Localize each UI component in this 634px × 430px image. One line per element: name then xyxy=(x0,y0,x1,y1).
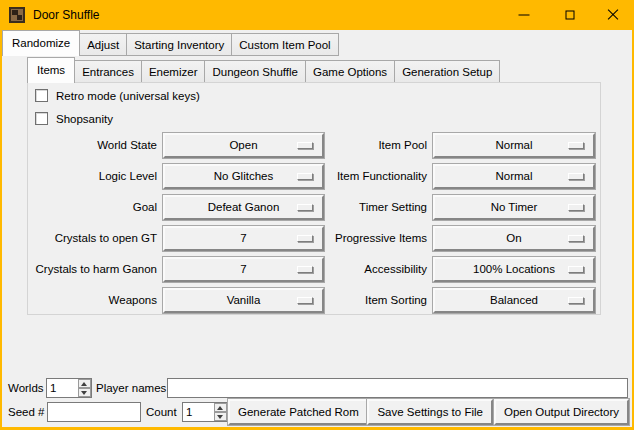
tab-generation-setup[interactable]: Generation Setup xyxy=(394,60,500,83)
player-names-label: Player names xyxy=(96,378,166,398)
outer-tab-bar: Randomize Adjust Starting Inventory Cust… xyxy=(2,30,338,56)
count-spin-up-button[interactable] xyxy=(214,403,227,412)
open-output-directory-button[interactable]: Open Output Directory xyxy=(494,399,629,425)
worlds-spin-down-button[interactable] xyxy=(78,388,91,397)
seed-label: Seed # xyxy=(8,402,44,422)
tab-custom-item-pool[interactable]: Custom Item Pool xyxy=(231,33,338,56)
spin-down-arrow-icon xyxy=(81,391,87,395)
count-spin-down-button[interactable] xyxy=(214,412,227,421)
generate-patched-rom-button[interactable]: Generate Patched Rom xyxy=(228,399,369,425)
tab-entrances[interactable]: Entrances xyxy=(74,60,142,83)
close-icon xyxy=(607,9,619,21)
door-icon xyxy=(9,7,25,23)
maximize-button[interactable] xyxy=(547,0,592,30)
close-button[interactable] xyxy=(592,0,634,30)
tab-dungeon-shuffle[interactable]: Dungeon Shuffle xyxy=(204,60,305,83)
tab-starting-inventory[interactable]: Starting Inventory xyxy=(126,33,232,56)
tab-randomize[interactable]: Randomize xyxy=(2,30,80,56)
items-panel-frame xyxy=(27,82,601,315)
worlds-spinbox[interactable]: 1 xyxy=(46,378,92,398)
window-border-left xyxy=(0,30,2,427)
count-label: Count xyxy=(146,402,177,422)
minimize-icon xyxy=(518,15,529,16)
count-spinbox[interactable]: 1 xyxy=(182,402,228,422)
window-title: Door Shuffle xyxy=(33,0,100,30)
spin-down-arrow-icon xyxy=(217,415,223,419)
spin-up-arrow-icon xyxy=(217,406,223,410)
tab-items[interactable]: Items xyxy=(27,57,75,83)
worlds-spin-up-button[interactable] xyxy=(78,379,91,388)
tab-game-options[interactable]: Game Options xyxy=(305,60,395,83)
seed-input[interactable] xyxy=(47,402,141,422)
worlds-label: Worlds xyxy=(8,378,44,398)
tab-adjust[interactable]: Adjust xyxy=(79,33,127,56)
door-shuffle-window: Door Shuffle Randomize Adjust Starting I… xyxy=(0,0,634,430)
minimize-button[interactable] xyxy=(501,0,546,30)
maximize-icon xyxy=(565,11,574,20)
save-settings-button[interactable]: Save Settings to File xyxy=(367,399,492,425)
player-names-input[interactable] xyxy=(167,378,628,398)
inner-tab-bar: Items Entrances Enemizer Dungeon Shuffle… xyxy=(27,57,499,83)
spin-up-arrow-icon xyxy=(81,382,87,386)
tab-enemizer[interactable]: Enemizer xyxy=(141,60,206,83)
titlebar[interactable]: Door Shuffle xyxy=(0,0,634,30)
